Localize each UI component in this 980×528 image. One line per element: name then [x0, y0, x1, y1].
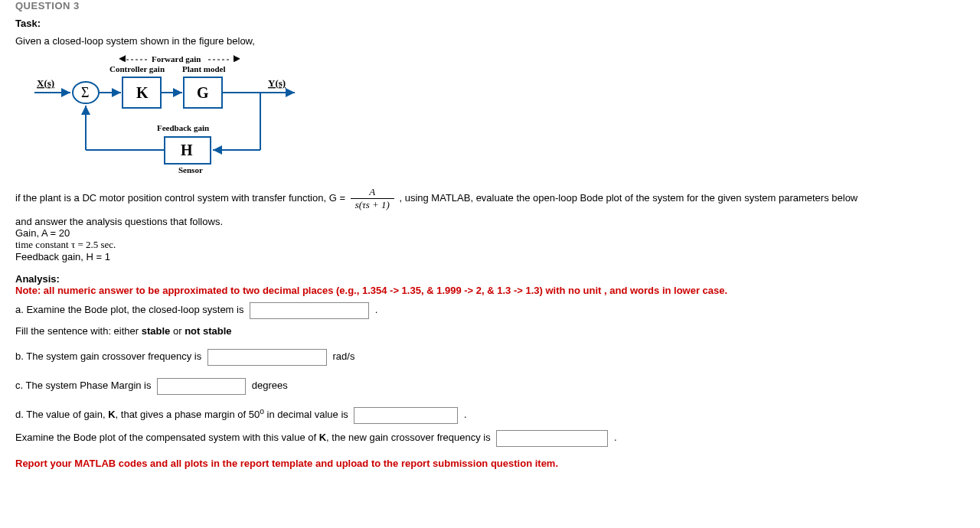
- answer-d2-input[interactable]: [496, 430, 608, 447]
- parameters-block: and answer the analysis questions that f…: [15, 216, 965, 262]
- qd2-pre1: Examine the Bode plot of the compensated…: [15, 432, 319, 443]
- question-a: a. Examine the Bode plot, the closed-loo…: [15, 302, 965, 319]
- forward-gain-label: Forward gain: [152, 54, 201, 64]
- transfer-function-line: if the plant is a DC motor position cont…: [15, 186, 965, 211]
- input-label: X(s): [37, 77, 54, 89]
- transfer-function-fraction: A s(τs + 1): [351, 186, 394, 211]
- qd-k: K: [108, 409, 115, 420]
- analysis-heading: Analysis:: [15, 273, 965, 285]
- analysis-note: Note: all numeric answer to be approxima…: [15, 285, 965, 296]
- tf-numerator: A: [351, 186, 394, 199]
- answer-b-input[interactable]: [207, 349, 327, 366]
- qb-unit: rad/s: [333, 350, 355, 362]
- tf-pre-text: if the plant is a DC motor position cont…: [15, 192, 345, 204]
- param-line3: time constant τ = 2.5 sec.: [15, 239, 965, 251]
- output-label: Y(s): [268, 77, 286, 89]
- param-line2: Gain, A = 20: [15, 227, 965, 239]
- task-label: Task:: [15, 18, 965, 29]
- qd-post: .: [464, 409, 467, 420]
- sum-symbol: Σ: [81, 85, 89, 100]
- question-d: d. The value of gain, K, that gives a ph…: [15, 407, 965, 424]
- answer-d-input[interactable]: [354, 407, 458, 424]
- tf-post-text: , using MATLAB, evaluate the open-loop B…: [399, 192, 858, 204]
- qa-notstable: not stable: [185, 325, 231, 337]
- question-a-hint: Fill the sentence with: either stable or…: [15, 325, 965, 337]
- qa-or: or: [170, 325, 185, 337]
- qd2-post: .: [614, 432, 617, 443]
- plant-model-label: Plant model: [182, 64, 226, 73]
- controller-gain-label: Controller gain: [109, 64, 165, 73]
- answer-c-input[interactable]: [157, 378, 246, 395]
- qd2-pre2: , the new gain crossover frequency is: [326, 432, 491, 443]
- block-diagram: ⯇ Forward gain ⯈ Controller gain Plant m…: [15, 54, 306, 177]
- qd-pre1: d. The value of gain,: [15, 409, 108, 420]
- dash-left-icon: ⯇: [119, 54, 127, 64]
- qd-pre3: in decimal value is: [264, 409, 348, 420]
- qa-fill-text: Fill the sentence with: either: [15, 325, 142, 337]
- dash-right-icon: ⯈: [233, 54, 241, 64]
- question-header: QUESTION 3: [15, 0, 965, 11]
- qd2-k: K: [319, 432, 326, 443]
- sensor-label: Sensor: [178, 165, 203, 174]
- qa-post: .: [375, 304, 378, 315]
- k-label: K: [136, 84, 149, 101]
- param-line1: and answer the analysis questions that f…: [15, 216, 965, 227]
- question-d2: Examine the Bode plot of the compensated…: [15, 430, 965, 447]
- qd-pre2: , that gives a phase margin of 50: [116, 409, 260, 420]
- qb-pre: b. The system gain crossover frequency i…: [15, 350, 201, 362]
- answer-a-input[interactable]: [250, 302, 369, 319]
- g-label: G: [197, 84, 209, 101]
- qa-stable: stable: [142, 325, 171, 337]
- qa-pre: a. Examine the Bode plot, the closed-loo…: [15, 304, 243, 315]
- report-instruction: Report your MATLAB codes and all plots i…: [15, 458, 965, 469]
- qc-unit: degrees: [252, 380, 288, 391]
- question-b: b. The system gain crossover frequency i…: [15, 349, 965, 366]
- task-description: Given a closed-loop system shown in the …: [15, 35, 965, 47]
- feedback-gain-label: Feedback gain: [157, 123, 209, 132]
- h-label: H: [181, 142, 193, 158]
- tf-denominator: s(τs + 1): [351, 199, 394, 211]
- qc-pre: c. The system Phase Margin is: [15, 380, 152, 391]
- question-c: c. The system Phase Margin is degrees: [15, 378, 965, 395]
- param-line4: Feedback gain, H = 1: [15, 251, 965, 262]
